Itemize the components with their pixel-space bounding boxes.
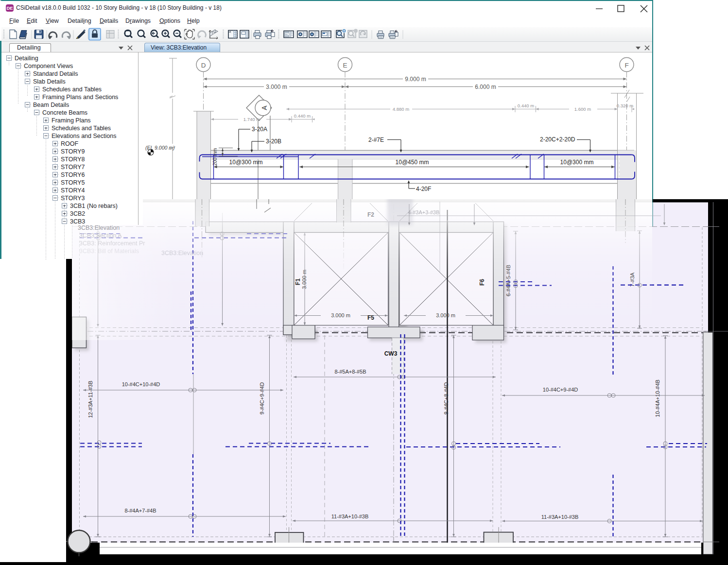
svg-text:9-#4C+8-#4D: 9-#4C+8-#4D [443, 382, 449, 414]
svg-text:4.880 m: 4.880 m [393, 106, 409, 112]
svg-text:3CB3: Reinforcement Pr: 3CB3: Reinforcement Pr [79, 240, 145, 247]
svg-text:8-#5A+8-#5B: 8-#5A+8-#5B [334, 369, 366, 375]
svg-text:Slab Details: Slab Details [33, 78, 66, 85]
svg-text:3CB1 (No rebars): 3CB1 (No rebars) [70, 203, 118, 209]
svg-text:11-#3A+10-#3B: 11-#3A+10-#3B [541, 514, 579, 520]
svg-text:Schedules and Tables: Schedules and Tables [52, 125, 111, 132]
svg-text:6.000 m: 6.000 m [475, 84, 496, 90]
svg-text:4-#3A+3-#3B: 4-#3A+3-#3B [408, 209, 439, 215]
svg-text:10-#4C+10-#4D: 10-#4C+10-#4D [122, 381, 160, 387]
svg-text:Framing Plans: Framing Plans [52, 117, 91, 124]
svg-text:Standard Details: Standard Details [33, 70, 78, 77]
svg-text:3CB3:Section A: 3CB3:Section A [79, 232, 122, 239]
svg-text:9.000 m: 9.000 m [405, 76, 426, 83]
svg-text:0.320 m: 0.320 m [617, 103, 633, 108]
svg-text:2-#7E: 2-#7E [368, 137, 384, 143]
svg-text:3CB3: 3CB3 [70, 218, 85, 225]
svg-text:3.000 m: 3.000 m [266, 84, 287, 90]
svg-text:3-20B: 3-20B [266, 138, 281, 145]
svg-text:9-#4C+9-#4D: 9-#4C+9-#4D [259, 382, 265, 414]
svg-text:F2: F2 [367, 211, 374, 218]
svg-text:STORY5: STORY5 [61, 179, 85, 186]
svg-text:0.440 m: 0.440 m [294, 113, 311, 119]
svg-text:Detailing: Detailing [15, 55, 38, 62]
svg-text:0.440 m: 0.440 m [518, 103, 534, 108]
svg-text:2-20C+2-20D: 2-20C+2-20D [540, 136, 575, 143]
svg-text:CW3: CW3 [384, 350, 398, 357]
svg-text:12-#3A+11-#3B: 12-#3A+11-#3B [87, 381, 93, 418]
svg-text:10@300 mm: 10@300 mm [560, 159, 594, 166]
svg-text:A: A [260, 105, 268, 110]
svg-text:D: D [201, 62, 206, 69]
svg-text:1.600 m: 1.600 m [574, 106, 591, 112]
svg-text:200 mm: 200 mm [212, 148, 218, 166]
svg-text:STORY3: STORY3 [61, 195, 85, 202]
svg-text:3-20A: 3-20A [252, 126, 267, 133]
svg-text:F: F [624, 62, 628, 69]
svg-text:10@300 mm: 10@300 mm [229, 159, 263, 166]
svg-text:Component Views: Component Views [24, 63, 73, 69]
svg-text:4-20F: 4-20F [416, 186, 431, 192]
svg-text:10-#4A+10-#4B: 10-#4A+10-#4B [655, 379, 660, 417]
svg-text:11-#3A+10-#3B: 11-#3A+10-#3B [331, 514, 369, 519]
svg-text:10-#4C+9-#4D: 10-#4C+9-#4D [543, 387, 578, 393]
svg-text:STORY8: STORY8 [61, 156, 85, 163]
svg-text:3CB3:Elevation: 3CB3:Elevation [161, 250, 203, 257]
svg-text:3CB3: Bill of Materials: 3CB3: Bill of Materials [79, 248, 139, 255]
svg-text:10@450 mm: 10@450 mm [396, 159, 429, 166]
svg-text:STORY4: STORY4 [61, 187, 85, 194]
svg-text:8-#4A+7-#4B: 8-#4A+7-#4B [124, 508, 156, 514]
svg-text:3CB2: 3CB2 [70, 210, 85, 217]
svg-text:STORY7: STORY7 [61, 164, 85, 171]
svg-text:Beam Details: Beam Details [33, 102, 69, 108]
svg-text:3CB3:Elevation: 3CB3:Elevation [78, 224, 120, 231]
svg-text:STORY9: STORY9 [61, 148, 85, 155]
svg-text:Schedules and Tables: Schedules and Tables [42, 86, 102, 93]
svg-text:Concrete Beams: Concrete Beams [42, 109, 87, 116]
svg-text:Framing Plans and Sections: Framing Plans and Sections [42, 94, 118, 101]
svg-text:E: E [343, 62, 347, 69]
svg-text:Elevations and Sections: Elevations and Sections [52, 133, 116, 139]
svg-text:ROOF: ROOF [61, 140, 78, 147]
svg-text:STORY6: STORY6 [61, 171, 85, 178]
